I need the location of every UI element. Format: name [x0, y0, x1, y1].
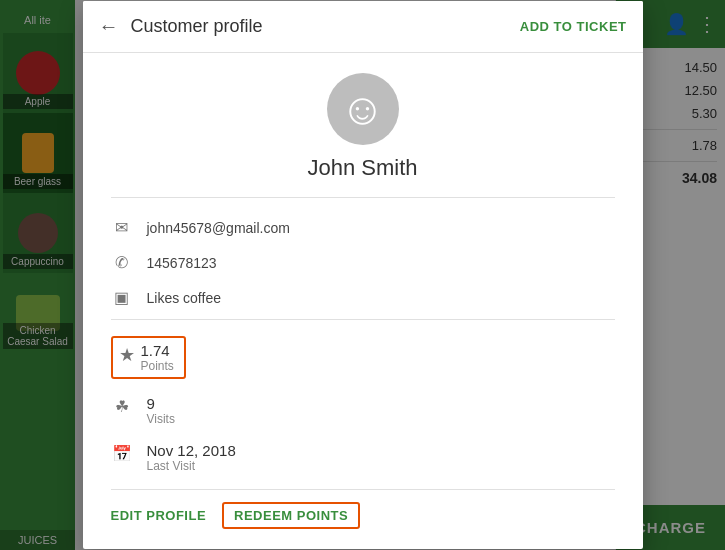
- modal-body: ☺ John Smith ✉ john45678@gmail.com ✆ 145…: [83, 53, 643, 549]
- phone-row: ✆ 145678123: [111, 245, 615, 280]
- points-content: 1.74 Points: [141, 342, 174, 373]
- customer-name: John Smith: [307, 155, 417, 181]
- visits-value: 9: [147, 395, 175, 412]
- action-buttons: EDIT PROFILE REDEEM POINTS: [111, 489, 615, 533]
- email-row: ✉ john45678@gmail.com: [111, 210, 615, 245]
- note-icon: ▣: [111, 288, 133, 307]
- visits-row: ☘ 9 Visits: [111, 387, 615, 434]
- modal-overlay: ← Customer profile ADD TO TICKET ☺ John …: [0, 0, 725, 550]
- visits-label: Visits: [147, 412, 175, 426]
- points-row: ★ 1.74 Points: [111, 328, 615, 387]
- modal-title: Customer profile: [131, 16, 520, 37]
- note-row: ▣ Likes coffee: [111, 280, 615, 315]
- redeem-points-button[interactable]: REDEEM POINTS: [222, 502, 360, 529]
- calendar-icon: 📅: [111, 444, 133, 463]
- edit-profile-button[interactable]: EDIT PROFILE: [111, 502, 207, 529]
- avatar-section: ☺ John Smith: [111, 73, 615, 181]
- email-value: john45678@gmail.com: [147, 220, 290, 236]
- back-button[interactable]: ←: [99, 15, 119, 38]
- points-label: Points: [141, 359, 174, 373]
- star-icon: ★: [119, 344, 135, 366]
- points-highlight-box: ★ 1.74 Points: [111, 336, 186, 379]
- points-value: 1.74: [141, 342, 174, 359]
- last-visit-content: Nov 12, 2018 Last Visit: [147, 442, 236, 473]
- phone-value: 145678123: [147, 255, 217, 271]
- last-visit-row: 📅 Nov 12, 2018 Last Visit: [111, 434, 615, 481]
- customer-profile-modal: ← Customer profile ADD TO TICKET ☺ John …: [83, 1, 643, 549]
- last-visit-value: Nov 12, 2018: [147, 442, 236, 459]
- add-to-ticket-button[interactable]: ADD TO TICKET: [520, 19, 627, 34]
- note-value: Likes coffee: [147, 290, 221, 306]
- email-icon: ✉: [111, 218, 133, 237]
- modal-header: ← Customer profile ADD TO TICKET: [83, 1, 643, 53]
- visits-content: 9 Visits: [147, 395, 175, 426]
- avatar-icon: ☺: [340, 87, 385, 131]
- avatar: ☺: [327, 73, 399, 145]
- info-section: ✉ john45678@gmail.com ✆ 145678123 ▣ Like…: [111, 197, 615, 315]
- stats-section: ★ 1.74 Points ☘ 9 Visits: [111, 319, 615, 481]
- last-visit-label: Last Visit: [147, 459, 236, 473]
- phone-icon: ✆: [111, 253, 133, 272]
- basket-icon: ☘: [111, 397, 133, 416]
